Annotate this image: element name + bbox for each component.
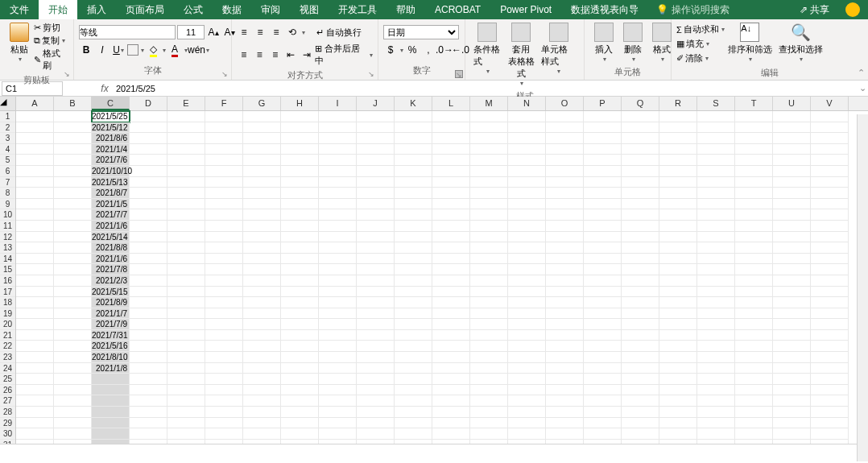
cell[interactable] xyxy=(773,297,811,308)
cell[interactable] xyxy=(773,166,811,177)
cell[interactable] xyxy=(54,188,92,199)
tab-review[interactable]: 审阅 xyxy=(251,0,290,19)
cell[interactable] xyxy=(508,199,546,210)
cell[interactable] xyxy=(16,352,54,363)
cell[interactable] xyxy=(16,297,54,308)
cell[interactable] xyxy=(773,395,811,407)
cell[interactable] xyxy=(205,166,243,177)
cell[interactable] xyxy=(584,209,622,221)
cell[interactable] xyxy=(395,232,432,243)
cell[interactable] xyxy=(470,308,508,320)
cell[interactable] xyxy=(130,287,167,298)
cell[interactable] xyxy=(205,440,243,444)
cell[interactable] xyxy=(508,319,546,330)
cell[interactable] xyxy=(697,385,735,396)
cell[interactable] xyxy=(432,275,470,287)
cell[interactable] xyxy=(16,188,54,199)
cell[interactable] xyxy=(659,418,697,429)
cell[interactable] xyxy=(811,363,849,374)
cell[interactable] xyxy=(659,188,697,199)
cell[interactable] xyxy=(130,209,167,221)
cell[interactable] xyxy=(243,199,281,210)
cell[interactable] xyxy=(811,374,849,385)
cell[interactable] xyxy=(167,122,205,134)
align-right-button[interactable]: ≡ xyxy=(268,48,282,62)
cell[interactable] xyxy=(54,319,92,330)
cell[interactable] xyxy=(773,209,811,221)
cell[interactable] xyxy=(205,418,243,429)
cell[interactable] xyxy=(16,133,54,144)
cell[interactable]: 2021/1/7 xyxy=(92,308,130,320)
cell[interactable] xyxy=(281,418,319,429)
cell[interactable] xyxy=(811,209,849,221)
cell[interactable] xyxy=(546,297,584,308)
row-header[interactable]: 22 xyxy=(0,341,15,352)
cell[interactable] xyxy=(546,330,584,341)
cell[interactable] xyxy=(319,133,357,144)
cell[interactable] xyxy=(357,341,395,352)
cell[interactable] xyxy=(546,363,584,374)
cell[interactable] xyxy=(92,428,130,440)
cell[interactable] xyxy=(243,330,281,341)
cell[interactable] xyxy=(281,308,319,320)
cell[interactable] xyxy=(130,341,167,352)
cell[interactable] xyxy=(659,221,697,232)
cell[interactable] xyxy=(735,297,773,308)
cell[interactable]: 2021/8/9 xyxy=(92,297,130,308)
cell[interactable] xyxy=(546,221,584,232)
cell[interactable] xyxy=(432,287,470,298)
cell[interactable] xyxy=(243,232,281,243)
cell[interactable] xyxy=(697,374,735,385)
cell[interactable] xyxy=(54,199,92,210)
cell[interactable] xyxy=(811,254,849,265)
column-header[interactable]: R xyxy=(659,97,697,110)
cell[interactable] xyxy=(622,188,659,199)
cell[interactable] xyxy=(432,297,470,308)
cell[interactable] xyxy=(622,166,659,177)
cell[interactable] xyxy=(319,363,357,374)
cell[interactable] xyxy=(16,111,54,122)
cell[interactable] xyxy=(243,418,281,429)
cell[interactable] xyxy=(659,330,697,341)
cell[interactable] xyxy=(622,330,659,341)
row-header[interactable]: 10 xyxy=(0,209,15,221)
cell[interactable] xyxy=(54,166,92,177)
tab-formulas[interactable]: 公式 xyxy=(174,0,213,19)
cell[interactable] xyxy=(167,264,205,275)
cell[interactable] xyxy=(130,374,167,385)
cell[interactable] xyxy=(281,133,319,144)
cell[interactable] xyxy=(205,407,243,418)
cell[interactable] xyxy=(622,177,659,188)
column-header[interactable]: S xyxy=(697,97,735,110)
cell[interactable] xyxy=(735,221,773,232)
cell[interactable] xyxy=(811,133,849,144)
cell[interactable] xyxy=(773,440,811,444)
cell[interactable] xyxy=(167,385,205,396)
cell[interactable] xyxy=(243,407,281,418)
cell[interactable] xyxy=(16,287,54,298)
cell[interactable] xyxy=(508,209,546,221)
cell[interactable] xyxy=(508,177,546,188)
cell[interactable] xyxy=(243,122,281,134)
fill-button[interactable]: ▦ 填充▾ xyxy=(676,38,725,50)
cell[interactable] xyxy=(659,374,697,385)
paste-button[interactable]: 粘贴▾ xyxy=(5,21,34,64)
cell[interactable] xyxy=(16,385,54,396)
cell[interactable] xyxy=(205,221,243,232)
cell[interactable] xyxy=(395,155,432,166)
cell[interactable] xyxy=(697,440,735,444)
cell[interactable] xyxy=(281,330,319,341)
cell[interactable] xyxy=(584,407,622,418)
cell[interactable] xyxy=(16,395,54,407)
cell[interactable] xyxy=(584,177,622,188)
cell[interactable] xyxy=(167,232,205,243)
cell[interactable] xyxy=(395,363,432,374)
cell[interactable] xyxy=(16,254,54,265)
cell[interactable] xyxy=(16,166,54,177)
cell[interactable] xyxy=(432,144,470,155)
cell[interactable] xyxy=(357,374,395,385)
column-header[interactable]: H xyxy=(281,97,319,110)
cell[interactable] xyxy=(243,308,281,320)
cell[interactable] xyxy=(54,385,92,396)
column-header[interactable]: P xyxy=(584,97,622,110)
